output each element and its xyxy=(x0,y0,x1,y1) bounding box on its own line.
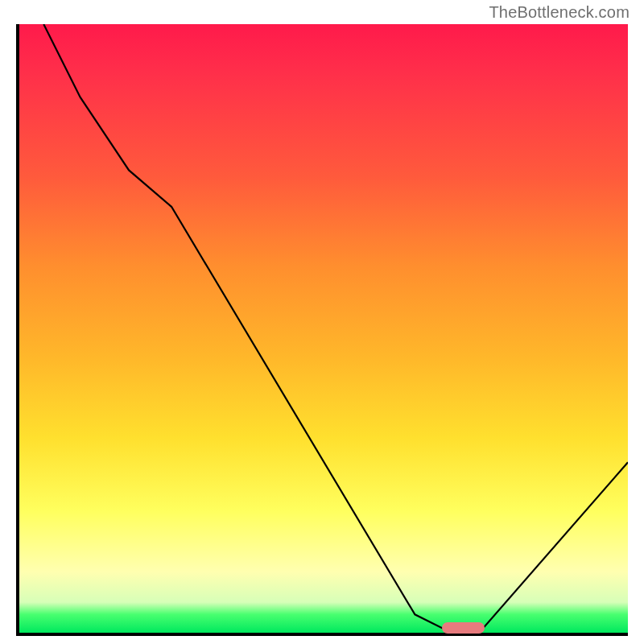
bottleneck-curve-path xyxy=(43,24,628,630)
bottleneck-curve-svg xyxy=(19,24,628,633)
optimal-marker xyxy=(442,622,485,634)
watermark-text: TheBottleneck.com xyxy=(489,3,630,22)
chart-container: TheBottleneck.com xyxy=(0,0,644,644)
